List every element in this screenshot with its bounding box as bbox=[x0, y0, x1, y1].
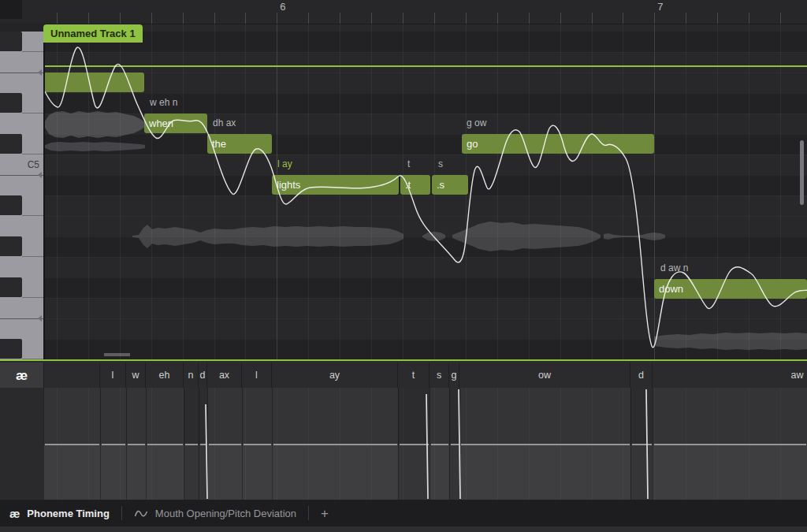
phoneme-cell-d[interactable]: d bbox=[630, 363, 653, 388]
octave-key-label: C5 bbox=[0, 159, 39, 170]
add-parameter-tab-button[interactable]: + bbox=[321, 507, 329, 520]
row-divider-line bbox=[43, 318, 807, 319]
track-name-tab[interactable]: Unnamed Track 1 bbox=[43, 24, 143, 43]
phoneme-cell-w[interactable]: w bbox=[126, 363, 146, 388]
ruler-tick bbox=[245, 13, 246, 24]
black-key[interactable] bbox=[0, 93, 22, 113]
ruler-tick bbox=[214, 13, 215, 24]
phoneme-cell-aw[interactable]: aw bbox=[653, 363, 807, 388]
black-key[interactable] bbox=[0, 134, 22, 154]
timing-baseline-segment bbox=[45, 444, 99, 445]
ruler-tick bbox=[308, 13, 309, 24]
timeline-ruler[interactable]: 67 bbox=[0, 0, 807, 24]
row-divider-line bbox=[43, 134, 807, 135]
ruler-tick bbox=[120, 13, 121, 24]
note-partial[interactable] bbox=[43, 73, 144, 92]
ruler-tick bbox=[717, 13, 718, 24]
timing-baseline-segment bbox=[102, 444, 125, 445]
ruler-tick bbox=[497, 13, 498, 24]
ruler-tick bbox=[529, 13, 530, 24]
note-phoneme-label[interactable]: g ow bbox=[467, 117, 486, 128]
bar-number: 6 bbox=[280, 1, 285, 13]
note-down[interactable]: down bbox=[654, 279, 807, 299]
beat-gridline bbox=[245, 24, 246, 359]
black-key[interactable] bbox=[0, 277, 22, 297]
phoneme-cell-empty[interactable] bbox=[43, 363, 100, 388]
timing-baseline-segment bbox=[147, 444, 183, 445]
timing-baseline-segment bbox=[200, 444, 206, 445]
row-divider-line bbox=[43, 257, 807, 258]
note-phoneme-label[interactable]: l ay bbox=[277, 158, 292, 169]
row-divider-line bbox=[43, 236, 807, 237]
phoneme-lane-header: æ bbox=[0, 363, 44, 388]
note-phoneme-label[interactable]: s bbox=[438, 158, 443, 169]
beat-gridline bbox=[592, 24, 593, 359]
ruler-tick bbox=[277, 13, 277, 24]
phoneme-cell-l[interactable]: l bbox=[242, 363, 272, 388]
timing-baseline-segment bbox=[400, 444, 429, 445]
phoneme-cell-l[interactable]: l bbox=[100, 363, 126, 388]
phoneme-cell-d[interactable]: d bbox=[199, 363, 207, 388]
black-key[interactable] bbox=[0, 195, 22, 215]
ruler-corner-block bbox=[0, 0, 22, 19]
timing-baseline-segment bbox=[632, 444, 652, 445]
note-go[interactable]: go bbox=[462, 134, 654, 154]
note-.s[interactable]: .s bbox=[432, 175, 468, 195]
row-divider-line bbox=[43, 154, 807, 155]
row-divider-line bbox=[43, 93, 807, 94]
ruler-tick bbox=[57, 13, 58, 24]
tab-label: Phoneme Timing bbox=[27, 508, 110, 519]
beat-gridline bbox=[623, 24, 623, 359]
tab-phoneme-timing[interactable]: æPhoneme Timing bbox=[9, 507, 110, 520]
note-.t[interactable]: .t bbox=[400, 175, 430, 195]
key-separator-partial bbox=[22, 113, 43, 113]
keyboard-top-gap bbox=[0, 24, 43, 32]
note-phoneme-label[interactable]: t bbox=[407, 158, 410, 169]
note-phoneme-label[interactable]: dh ax bbox=[213, 117, 236, 128]
vertical-scrollbar[interactable] bbox=[800, 140, 804, 205]
phoneme-lane: æ lwehndaxlaytsgowdaw bbox=[0, 359, 807, 388]
row-divider-line bbox=[43, 216, 807, 217]
timing-baseline-segment bbox=[128, 444, 145, 445]
ruler-tick bbox=[183, 13, 184, 24]
ruler-tick bbox=[88, 13, 89, 24]
black-key[interactable] bbox=[0, 236, 22, 256]
phoneme-cell-g[interactable]: g bbox=[449, 363, 459, 388]
beat-gridline bbox=[151, 24, 152, 359]
note-lights[interactable]: lights bbox=[272, 175, 399, 195]
note-phoneme-label[interactable]: w eh n bbox=[150, 97, 177, 108]
phoneme-cell-ow[interactable]: ow bbox=[459, 363, 630, 388]
phoneme-cell-t[interactable]: t bbox=[398, 363, 430, 388]
piano-keyboard[interactable]: C5 bbox=[0, 32, 45, 359]
black-key-row-stripe bbox=[43, 339, 807, 359]
ruler-tick bbox=[403, 13, 404, 24]
phoneme-lane-icon: æ bbox=[0, 363, 43, 388]
tab-separator bbox=[121, 506, 122, 520]
panel-header-column bbox=[0, 388, 43, 500]
vocal-editor-window: 67 Unnamed Track 1 C5 whenw eh nthedh ax… bbox=[0, 0, 807, 532]
tab-label: Mouth Opening/Pitch Deviation bbox=[155, 508, 296, 519]
beat-gridline bbox=[780, 24, 781, 359]
beat-gridline bbox=[749, 24, 749, 359]
tabs-holder: æPhoneme TimingMouth Opening/Pitch Devia… bbox=[9, 506, 296, 520]
phoneme-cell-s[interactable]: s bbox=[430, 363, 449, 388]
beat-gridline bbox=[686, 24, 686, 359]
phoneme-cell-eh[interactable]: eh bbox=[146, 363, 184, 388]
black-key[interactable] bbox=[0, 339, 22, 359]
row-divider-line bbox=[43, 52, 807, 53]
note-when[interactable]: when bbox=[144, 113, 207, 133]
phoneme-cell-ax[interactable]: ax bbox=[207, 363, 242, 388]
timing-baseline-segment bbox=[451, 444, 459, 445]
beat-gridline bbox=[497, 24, 498, 359]
row-divider-line bbox=[43, 73, 807, 73]
phoneme-timing-panel[interactable] bbox=[0, 388, 807, 500]
black-key[interactable] bbox=[0, 32, 22, 51]
phoneme-cell-n[interactable]: n bbox=[184, 363, 199, 388]
tab-mouth-opening-pitch-deviation[interactable]: Mouth Opening/Pitch Deviation bbox=[134, 508, 296, 519]
phoneme-cell-ay[interactable]: ay bbox=[272, 363, 398, 388]
bottom-strip bbox=[0, 526, 807, 532]
ruler-tick bbox=[749, 13, 749, 24]
note-the[interactable]: the bbox=[207, 134, 272, 154]
note-phoneme-label[interactable]: d aw n bbox=[660, 262, 688, 273]
ruler-tick bbox=[340, 13, 340, 24]
